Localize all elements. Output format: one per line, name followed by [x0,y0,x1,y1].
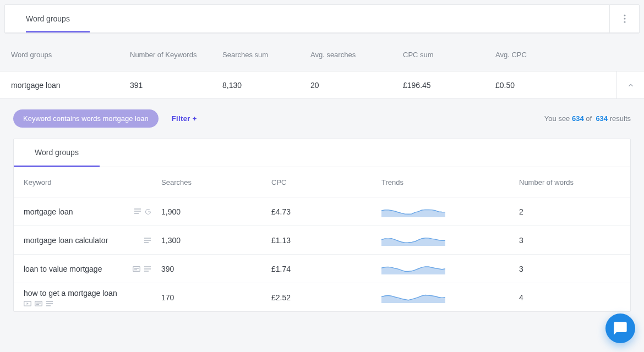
cell-avg-cpc: £0.50 [495,81,583,90]
trend-sparkline-icon [381,239,445,248]
cell-keyword: loan to value mortgage [24,265,161,273]
cell-searches: 390 [161,265,271,273]
card-icon[interactable] [35,301,42,306]
cell-searches: 1,300 [161,236,271,245]
cell-keywords: 391 [130,81,222,90]
video-icon[interactable] [24,301,31,306]
table-row[interactable]: mortgage loan calculator1,300£1.133 [14,226,630,254]
col-avg-searches: Avg. searches [310,51,403,59]
col-keyword: Keyword [24,178,161,186]
svg-rect-9 [133,266,140,271]
keyword-icons [144,238,161,243]
tab-label: Word groups [26,6,70,32]
chevron-up-icon [627,81,635,89]
cell-keyword: mortgage loan calculator [24,236,161,245]
cell-searches: 170 [161,293,271,302]
keyword-text: loan to value mortgage [24,265,102,273]
cell-num-words: 4 [519,293,596,302]
svg-point-2 [624,21,625,23]
tab-word-groups[interactable]: Word groups [5,5,609,32]
keyword-icons [134,208,161,215]
cell-trends [381,290,519,305]
inner-tabs: Word groups [14,139,630,167]
filter-bar: Keyword contains words mortgage loan Fil… [0,98,644,139]
keyword-table-header: Keyword Searches CPC Trends Number of wo… [14,167,630,197]
table-row[interactable]: loan to value mortgage390£1.743 [14,254,630,283]
summary-row[interactable]: mortgage loan 391 8,130 20 £196.45 £0.50 [0,71,644,98]
card-header: Word groups [5,5,639,33]
col-keywords: Number of Keywords [130,51,222,59]
cell-searches: 1,900 [161,207,271,216]
keyword-icons [24,301,161,306]
kebab-menu-icon [624,14,626,23]
col-searches-sum: Searches sum [222,51,310,59]
cell-cpc-sum: £196.45 [403,81,495,90]
google-icon[interactable] [145,208,151,215]
svg-rect-17 [35,301,42,306]
filter-chip-keyword-contains[interactable]: Keyword contains words mortgage loan [13,109,159,128]
col-num-words: Number of words [519,178,596,186]
keyword-icons [133,266,161,272]
cell-cpc: £4.73 [271,207,381,216]
svg-point-1 [624,18,625,19]
cell-group: mortgage loan [11,81,130,90]
col-cpc-sum: CPC sum [403,51,495,59]
keyword-text: mortgage loan calculator [24,236,108,245]
cell-trends [381,261,519,276]
keyword-text: how to get a mortgage loan [24,289,117,298]
trend-sparkline-icon [381,210,445,219]
cell-num-words: 2 [519,207,596,216]
cell-cpc: £2.52 [271,293,381,302]
cell-trends [381,233,519,248]
collapse-button[interactable] [616,72,644,99]
cell-cpc: £1.13 [271,236,381,245]
col-searches: Searches [161,178,271,186]
chat-icon [613,321,628,336]
cell-trends [381,204,519,219]
summary-header: Word groups Number of Keywords Searches … [0,38,644,71]
cell-num-words: 3 [519,236,596,245]
cell-num-words: 3 [519,265,596,273]
trend-sparkline-icon [381,267,445,276]
keyword-text: mortgage loan [24,207,73,216]
col-avg-cpc: Avg. CPC [495,51,583,59]
cell-avg-searches: 20 [310,81,403,90]
col-trends: Trends [381,178,519,186]
svg-point-0 [624,14,625,16]
serp-icon[interactable] [134,208,141,215]
serp-icon[interactable] [144,238,151,243]
cell-searches-sum: 8,130 [222,81,310,90]
svg-marker-16 [27,302,29,305]
inner-tab-word-groups[interactable]: Word groups [14,139,100,167]
table-row[interactable]: how to get a mortgage loan170£2.524 [14,283,630,311]
serp-icon[interactable] [144,266,151,272]
col-group: Word groups [11,51,130,59]
chat-support-button[interactable] [605,314,635,343]
cell-keyword: how to get a mortgage loan [24,289,161,306]
word-groups-card: Word groups [4,4,640,34]
col-cpc: CPC [271,178,381,186]
keyword-table-card: Word groups Keyword Searches CPC Trends … [13,139,631,312]
table-row[interactable]: mortgage loan1,900£4.732 [14,197,630,226]
cell-cpc: £1.74 [271,265,381,273]
results-count: You see 634 of 634 results [544,114,631,123]
card-menu-button[interactable] [609,5,639,32]
serp-icon[interactable] [46,301,53,306]
cell-keyword: mortgage loan [24,207,161,216]
trend-sparkline-icon [381,296,445,305]
add-filter-button[interactable]: Filter + [172,114,197,123]
card-icon[interactable] [133,266,140,272]
